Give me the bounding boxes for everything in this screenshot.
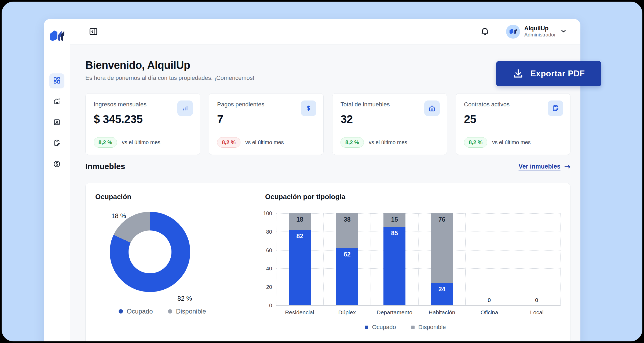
- y-tick-label: 20: [266, 284, 272, 290]
- chevron-down-icon: [560, 28, 567, 36]
- header-divider: [498, 25, 498, 38]
- legend-marker: [168, 309, 172, 314]
- bar-column-oficina: 0: [466, 213, 513, 305]
- app-logo: [44, 30, 70, 42]
- bar-value-label: 38: [336, 216, 358, 223]
- bar-y-axis: 020406080100: [250, 213, 276, 305]
- donut-label-disponible: 18 %: [111, 212, 126, 220]
- bar-segment-disponible: 15: [383, 213, 405, 227]
- x-category-label: Oficina: [466, 309, 513, 316]
- bar-segment-disponible: 18: [289, 213, 311, 230]
- donut-legend: OcupadoDisponible: [95, 308, 229, 315]
- legend-marker: [119, 309, 123, 314]
- bar-segment-disponible: 76: [431, 213, 453, 283]
- occupancy-by-type-section: Ocupación por tipologia 020406080100 188…: [239, 183, 570, 341]
- bar-column-residencial: 1882: [276, 213, 324, 305]
- bar-column-local: 0: [513, 213, 561, 305]
- stat-badge: 8,2 %: [464, 137, 487, 148]
- bar-segment-ocupado: 24: [431, 283, 453, 305]
- legend-item-ocupado[interactable]: Ocupado: [119, 308, 153, 315]
- sidebar-item-dashboard[interactable]: [49, 73, 64, 88]
- stat-value: 7: [217, 113, 315, 126]
- house-plus-icon: [53, 98, 61, 106]
- stat-card-inmuebles: Total de inmuebles 32 8,2 % vs el último…: [332, 93, 447, 155]
- contact-card-icon: [53, 118, 61, 127]
- dashboard-grid-icon: [53, 77, 61, 85]
- dollar-circle-icon: [53, 160, 61, 169]
- bar-value-label: 15: [383, 216, 405, 223]
- donut-title: Ocupación: [95, 193, 229, 201]
- ver-inmuebles-link[interactable]: Ver inmuebles →: [519, 162, 570, 171]
- legend-label: Disponible: [176, 308, 206, 315]
- account-role: Administrador: [524, 32, 556, 38]
- stat-card-contratos: Contratos activos 25 8,2 % vs el último …: [456, 93, 570, 155]
- sidebar-item-contracts[interactable]: [49, 136, 64, 151]
- y-tick-label: 40: [266, 266, 272, 272]
- stat-cards: Ingresos mensuales $ 345.235 8,2 % vs el…: [85, 93, 570, 155]
- stat-value: $ 345.235: [94, 113, 192, 126]
- stat-badge: 8,2 %: [94, 137, 117, 148]
- stat-value: 32: [341, 113, 439, 126]
- legend-item-ocupado[interactable]: Ocupado: [365, 324, 396, 331]
- bar-column-dúplex: 3862: [324, 213, 371, 305]
- account-name: AlquilUp: [524, 25, 556, 32]
- legend-marker: [411, 326, 415, 329]
- contract-icon: [548, 100, 563, 116]
- legend-item-disponible[interactable]: Disponible: [411, 324, 446, 331]
- bar-column-departamento: 1585: [371, 213, 419, 305]
- y-tick-label: 100: [263, 210, 272, 217]
- bar-segment-ocupado: 82: [289, 230, 311, 305]
- bar-legend: OcupadoDisponible: [250, 324, 561, 331]
- x-category-label: Habitación: [418, 309, 466, 316]
- page-header: Bienvenido, AlquilUp Es hora de ponernos…: [85, 44, 570, 81]
- app-window: AlquilUp Administrador Bienvenido, Alqui…: [44, 19, 580, 341]
- y-tick-label: 0: [269, 303, 272, 309]
- inmuebles-section-header: Inmuebles Ver inmuebles →: [85, 162, 570, 171]
- bar-column-habitación: 7624: [419, 213, 466, 305]
- avatar: [506, 25, 520, 39]
- bar-value-label: 82: [289, 233, 311, 240]
- stat-badge: 8,2 %: [341, 137, 364, 148]
- bar-chart: 020406080100 188238621585762400: [250, 213, 561, 305]
- stat-note: vs el último mes: [245, 139, 284, 146]
- bar-plot: 188238621585762400: [276, 213, 561, 305]
- donut-label-ocupado: 82 %: [177, 295, 192, 302]
- x-category-label: Residencial: [276, 309, 323, 316]
- house-icon: [424, 100, 440, 116]
- bar-value-label: 62: [336, 251, 358, 258]
- export-pdf-button[interactable]: Exportar PDF: [496, 61, 601, 86]
- sidebar-collapse-button[interactable]: [89, 27, 98, 36]
- section-title: Inmuebles: [85, 162, 125, 171]
- arrow-right-icon: →: [564, 162, 570, 171]
- bar-x-axis: ResidencialDúplexDepartamentoHabitaciónO…: [276, 309, 561, 316]
- sidebar: [44, 19, 70, 341]
- donut-chart: [110, 212, 190, 292]
- sidebar-item-payments[interactable]: [49, 157, 64, 172]
- topbar: AlquilUp Administrador: [70, 19, 580, 44]
- legend-marker: [365, 326, 368, 329]
- sidebar-item-tenants[interactable]: [49, 115, 64, 130]
- bar-chart-title: Ocupación por tipologia: [265, 193, 561, 201]
- stat-card-pagos: Pagos pendientes 7 8,2 % vs el último me…: [209, 93, 324, 155]
- sidebar-nav: [44, 73, 70, 172]
- stat-card-ingresos: Ingresos mensuales $ 345.235 8,2 % vs el…: [85, 93, 200, 155]
- bar-segment-disponible: 38: [336, 213, 358, 248]
- x-category-label: Local: [513, 309, 561, 316]
- legend-label: Ocupado: [372, 324, 396, 331]
- stat-note: vs el último mes: [492, 139, 530, 146]
- app-background: AlquilUp Administrador Bienvenido, Alqui…: [2, 2, 642, 341]
- x-category-label: Dúplex: [323, 309, 371, 316]
- notifications-bell-icon[interactable]: [480, 27, 490, 36]
- legend-label: Disponible: [418, 324, 446, 331]
- bar-segment-ocupado: 85: [383, 227, 405, 305]
- account-menu[interactable]: AlquilUp Administrador: [506, 25, 567, 39]
- legend-item-disponible[interactable]: Disponible: [168, 308, 206, 315]
- x-category-label: Departamento: [371, 309, 418, 316]
- bar-value-label: 85: [383, 230, 405, 237]
- stat-badge: 8,2 %: [217, 137, 240, 148]
- charts-card: Ocupación 18 % 82 % OcupadoDisponible Oc…: [85, 183, 570, 341]
- bar-value-label: 76: [431, 216, 453, 223]
- donut-hole: [129, 230, 171, 273]
- sidebar-item-add-property[interactable]: [49, 94, 64, 109]
- bar-value-label: 0: [513, 297, 560, 303]
